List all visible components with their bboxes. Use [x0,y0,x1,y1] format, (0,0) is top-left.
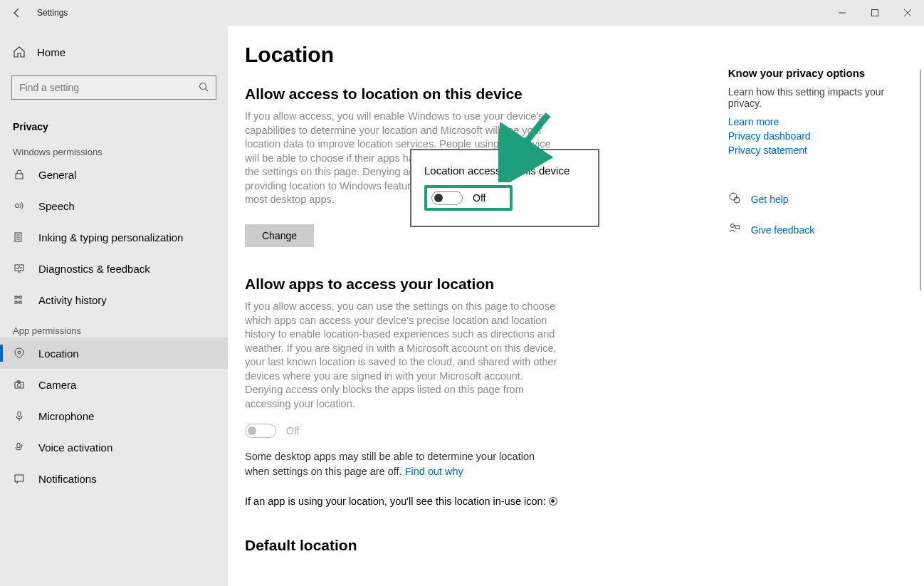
nav-label: Diagnostics & feedback [38,263,150,275]
popup-title: Location access for this device [424,164,587,177]
in-use-text: If an app is using your location, you'll… [245,496,686,507]
link-privacy-statement[interactable]: Privacy statement [728,145,907,156]
apps-location-toggle-label: Off [286,425,299,436]
search-input[interactable] [19,82,199,93]
svg-rect-23 [17,381,20,382]
sidebar-section-privacy: Privacy [0,108,228,137]
sidebar-item-location[interactable]: Location [0,338,228,369]
svg-rect-6 [16,174,23,179]
svg-line-5 [206,88,209,91]
svg-point-4 [200,83,206,89]
svg-rect-14 [15,296,17,298]
page-title: Location [245,43,686,67]
home-label: Home [37,46,65,58]
sidebar-item-diagnostics[interactable]: Diagnostics & feedback [0,253,228,284]
nav-label: Voice activation [38,441,112,454]
speech-icon [13,199,26,212]
apps-location-toggle[interactable] [245,424,276,438]
link-learn-more[interactable]: Learn more [728,116,907,127]
location-access-toggle-label: Off [473,192,485,204]
sidebar-item-general[interactable]: General [0,159,228,190]
nav-label: Speech [38,200,75,212]
svg-rect-15 [15,301,17,303]
inking-icon [13,231,26,244]
svg-point-7 [16,204,19,208]
section-allow-access-device: Allow access to location on this device [245,85,686,103]
location-access-popup: Location access for this device Off [410,149,599,227]
home-nav[interactable]: Home [0,38,228,66]
apps-location-toggle-row: Off [245,424,686,438]
scroll-indicator [920,70,921,291]
section2-description: If you allow access, you can use the set… [245,300,558,412]
activity-icon [13,293,26,306]
group-windows-permissions: Windows permissions [0,137,228,159]
give-feedback-row[interactable]: Give feedback [728,222,907,237]
voice-activation-icon [13,441,26,454]
svg-rect-16 [19,296,21,298]
svg-rect-26 [17,443,20,448]
sidebar-item-microphone[interactable]: Microphone [0,400,228,431]
svg-point-22 [18,384,21,387]
nav-label: Microphone [38,410,94,422]
aside-heading: Know your privacy options [728,67,907,79]
window-title: Settings [37,8,68,18]
popup-toggle-highlight: Off [424,185,513,211]
aside-desc: Learn how this setting impacts your priv… [728,86,907,109]
svg-point-30 [730,224,734,228]
camera-icon [13,378,26,391]
sidebar-item-speech[interactable]: Speech [0,190,228,221]
svg-rect-27 [15,475,23,481]
sidebar-item-camera[interactable]: Camera [0,369,228,400]
sidebar-item-voice-activation[interactable]: Voice activation [0,431,228,463]
location-in-use-icon [549,497,557,506]
group-app-permissions: App permissions [0,315,228,338]
change-button[interactable]: Change [245,224,314,247]
get-help-link[interactable]: Get help [751,194,789,205]
help-icon [728,192,741,206]
nav-label: Activity history [38,294,107,306]
search-box[interactable] [11,75,216,100]
sidebar-item-inking[interactable]: Inking & typing personalization [0,221,228,253]
sidebar: Home Privacy Windows permissions General… [0,26,228,586]
svg-rect-24 [18,412,21,417]
feedback-icon [728,222,741,237]
main-content: Location Allow access to location on thi… [228,26,924,586]
home-icon [13,46,26,58]
link-privacy-dashboard[interactable]: Privacy dashboard [728,130,907,142]
sidebar-item-activity[interactable]: Activity history [0,284,228,315]
lock-icon [13,168,26,181]
diagnostics-icon [13,262,26,275]
minimize-button[interactable] [826,0,859,26]
section-default-location: Default location [245,537,686,554]
give-feedback-link[interactable]: Give feedback [751,224,815,236]
close-button[interactable] [891,0,924,26]
nav-label: Inking & typing personalization [38,231,183,244]
sidebar-item-notifications[interactable]: Notifications [0,463,228,494]
svg-point-20 [18,351,21,354]
search-icon [199,82,209,94]
back-button[interactable] [0,0,34,26]
svg-rect-1 [872,10,878,16]
desktop-apps-note: Some desktop apps may still be able to d… [245,449,558,478]
aside-panel: Know your privacy options Learn how this… [728,43,907,561]
get-help-row[interactable]: Get help [728,192,907,206]
location-icon [13,347,26,360]
svg-rect-31 [735,226,740,229]
microphone-icon [13,409,26,422]
section-allow-apps: Allow apps to access your location [245,276,686,293]
maximize-button[interactable] [859,0,891,26]
nav-label: Location [38,347,79,360]
nav-label: Camera [38,379,76,391]
svg-rect-17 [19,301,21,303]
svg-point-28 [730,193,737,200]
find-out-why-link[interactable]: Find out why [405,466,463,477]
location-access-toggle[interactable] [431,191,463,205]
nav-label: Notifications [38,473,97,485]
notifications-icon [13,472,26,485]
nav-label: General [38,169,76,181]
